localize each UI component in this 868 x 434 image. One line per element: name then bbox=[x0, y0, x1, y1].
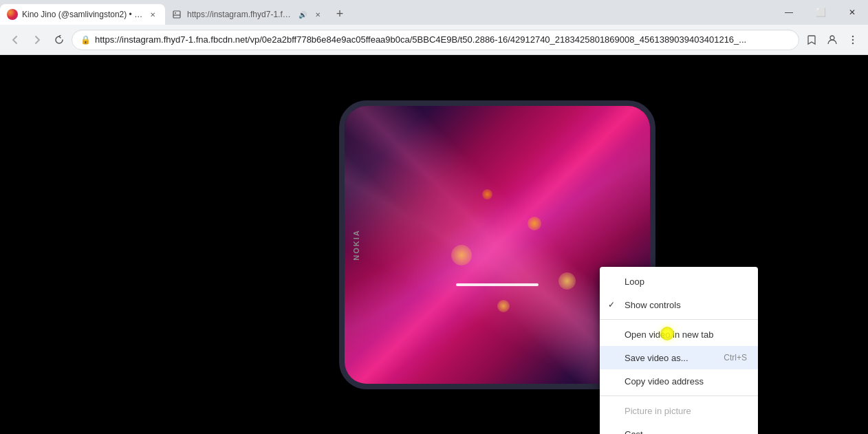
context-menu-save-video[interactable]: Save video as... Ctrl+S bbox=[600, 346, 758, 369]
tab-instagram-close[interactable]: ✕ bbox=[147, 9, 158, 20]
context-menu-open-new-tab[interactable]: Open video in new tab bbox=[600, 323, 758, 346]
video-progress-bar bbox=[456, 283, 539, 286]
context-menu-pip[interactable]: Picture in picture bbox=[600, 399, 758, 422]
tab-instagram-title: Kino Jino (@samlivingston2) • In... bbox=[22, 10, 143, 19]
svg-point-4 bbox=[852, 35, 854, 36]
tab-video-close[interactable]: 🔊 bbox=[297, 9, 308, 20]
back-button[interactable] bbox=[6, 30, 25, 50]
context-menu: Loop ✓ Show controls Open video in new t… bbox=[600, 267, 758, 434]
url-text: https://instagram.fhyd7-1.fna.fbcdn.net/… bbox=[95, 34, 790, 45]
show-controls-check: ✓ bbox=[608, 300, 619, 310]
reload-button[interactable] bbox=[50, 30, 69, 50]
context-menu-loop[interactable]: Loop bbox=[600, 270, 758, 293]
cast-label: Cast... bbox=[625, 429, 747, 435]
toolbar-icons bbox=[802, 30, 862, 50]
save-video-shortcut: Ctrl+S bbox=[724, 353, 747, 362]
new-tab-button[interactable]: + bbox=[330, 4, 349, 23]
profile-button[interactable] bbox=[823, 30, 842, 50]
close-button[interactable]: ✕ bbox=[836, 0, 868, 25]
tab-instagram[interactable]: Kino Jino (@samlivingston2) • In... ✕ bbox=[0, 4, 165, 25]
minimize-button[interactable]: — bbox=[773, 0, 805, 25]
tab-video[interactable]: https://instagram.fhyd7-1.fn... 🔊 ✕ bbox=[165, 4, 330, 25]
svg-point-5 bbox=[852, 39, 854, 40]
window-controls: — ⬜ ✕ bbox=[773, 0, 868, 25]
address-input[interactable]: 🔒 https://instagram.fhyd7-1.fna.fbcdn.ne… bbox=[72, 30, 799, 50]
instagram-favicon bbox=[7, 9, 18, 20]
show-controls-label: Show controls bbox=[625, 300, 747, 310]
context-menu-copy-address[interactable]: Copy video address bbox=[600, 369, 758, 393]
copy-label: Copy video address bbox=[625, 376, 747, 387]
phone-brand-label: NOKIA bbox=[352, 229, 360, 260]
open-tab-label: Open video in new tab bbox=[625, 329, 747, 340]
context-menu-show-controls[interactable]: ✓ Show controls bbox=[600, 293, 758, 316]
address-bar: 🔒 https://instagram.fhyd7-1.fna.fbcdn.ne… bbox=[0, 25, 868, 55]
bokeh-2 bbox=[528, 217, 541, 230]
tab-bar: Kino Jino (@samlivingston2) • In... ✕ ht… bbox=[0, 0, 868, 25]
menu-button[interactable] bbox=[843, 30, 862, 50]
context-menu-cast[interactable]: Cast... bbox=[600, 422, 758, 434]
tab-video-x[interactable]: ✕ bbox=[312, 9, 323, 20]
loop-label: Loop bbox=[625, 276, 747, 287]
svg-rect-0 bbox=[173, 11, 180, 18]
svg-point-1 bbox=[175, 12, 176, 14]
lock-icon: 🔒 bbox=[80, 35, 91, 45]
tab-video-title: https://instagram.fhyd7-1.fn... bbox=[187, 10, 293, 19]
browser-frame: Kino Jino (@samlivingston2) • In... ✕ ht… bbox=[0, 0, 868, 434]
bookmark-button[interactable] bbox=[802, 30, 821, 50]
tab-video-icon bbox=[172, 9, 183, 20]
save-video-label: Save video as... bbox=[625, 353, 718, 363]
forward-button[interactable] bbox=[28, 30, 47, 50]
pip-label: Picture in picture bbox=[625, 406, 747, 416]
bokeh-5 bbox=[497, 300, 510, 312]
menu-divider-2 bbox=[600, 395, 758, 396]
svg-point-3 bbox=[830, 36, 834, 40]
menu-divider-1 bbox=[600, 319, 758, 320]
bokeh-4 bbox=[482, 189, 492, 199]
svg-point-6 bbox=[852, 42, 854, 43]
maximize-button[interactable]: ⬜ bbox=[805, 0, 836, 25]
content-area: NOKIA Loop ✓ Show controls Open video in… bbox=[0, 55, 868, 434]
